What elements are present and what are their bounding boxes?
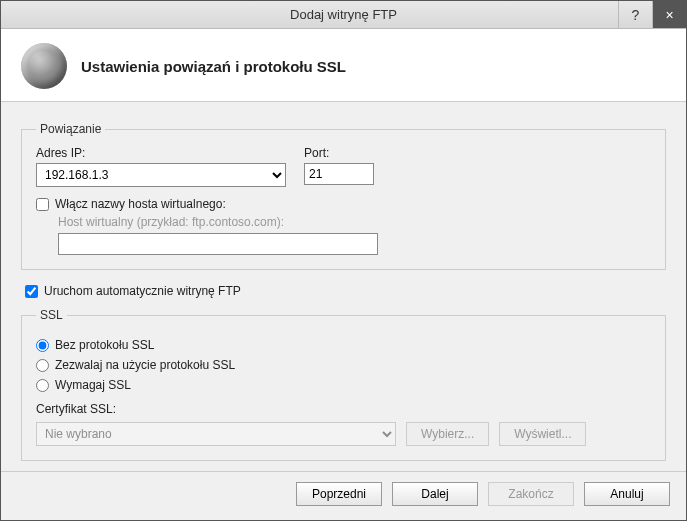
cert-select-button: Wybierz... (406, 422, 489, 446)
ssl-radio-allow[interactable] (36, 359, 49, 372)
port-input[interactable] (304, 163, 374, 185)
window-title: Dodaj witrynę FTP (290, 7, 397, 22)
vhost-field-label: Host wirtualny (przykład: ftp.contoso.co… (58, 215, 651, 229)
vhost-input (58, 233, 378, 255)
prev-button[interactable]: Poprzedni (296, 482, 382, 506)
binding-group: Powiązanie Adres IP: 192.168.1.3 Port: W… (21, 122, 666, 270)
next-button[interactable]: Dalej (392, 482, 478, 506)
ssl-none-label: Bez protokołu SSL (55, 338, 154, 352)
port-label: Port: (304, 146, 374, 160)
ssl-radio-require[interactable] (36, 379, 49, 392)
autostart-label: Uruchom automatycznie witrynę FTP (44, 284, 241, 298)
dialog-window: Dodaj witrynę FTP ? × Ustawienia powiąza… (0, 0, 687, 521)
ssl-require-label: Wymagaj SSL (55, 378, 131, 392)
vhost-checkbox[interactable] (36, 198, 49, 211)
cert-label: Certyfikat SSL: (36, 402, 651, 416)
titlebar-controls: ? × (618, 1, 686, 28)
wizard-header: Ustawienia powiązań i protokołu SSL (1, 29, 686, 102)
ssl-radio-none[interactable] (36, 339, 49, 352)
ip-label: Adres IP: (36, 146, 286, 160)
cert-view-button: Wyświetl... (499, 422, 586, 446)
page-title: Ustawienia powiązań i protokołu SSL (81, 58, 346, 75)
wizard-body: Powiązanie Adres IP: 192.168.1.3 Port: W… (1, 102, 686, 471)
vhost-checkbox-label: Włącz nazwy hosta wirtualnego: (55, 197, 226, 211)
titlebar: Dodaj witrynę FTP ? × (1, 1, 686, 29)
globe-icon (21, 43, 67, 89)
cancel-button[interactable]: Anuluj (584, 482, 670, 506)
help-button[interactable]: ? (618, 1, 652, 28)
ssl-allow-label: Zezwalaj na użycie protokołu SSL (55, 358, 235, 372)
finish-button: Zakończ (488, 482, 574, 506)
wizard-footer: Poprzedni Dalej Zakończ Anuluj (1, 471, 686, 520)
autostart-checkbox[interactable] (25, 285, 38, 298)
ssl-legend: SSL (36, 308, 67, 322)
ip-select[interactable]: 192.168.1.3 (36, 163, 286, 187)
close-button[interactable]: × (652, 1, 686, 28)
ssl-group: SSL Bez protokołu SSL Zezwalaj na użycie… (21, 308, 666, 461)
cert-select: Nie wybrano (36, 422, 396, 446)
binding-legend: Powiązanie (36, 122, 105, 136)
